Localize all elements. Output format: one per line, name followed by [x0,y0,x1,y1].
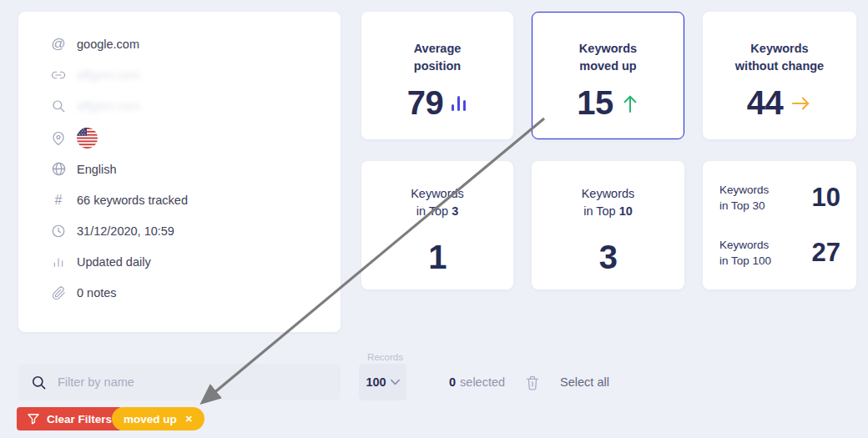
keyword-rankings-dashboard: @ google.com affgem.com affgem.com [0,0,868,438]
card-value: 79 [407,84,468,122]
language-label: English [77,163,117,176]
clear-filters-label: Clear Filters [47,413,112,425]
search-icon [31,375,47,390]
bar-chart-small-icon [49,255,68,269]
filter-by-name-field[interactable] [18,364,341,400]
stat-keywords-top100[interactable]: Keywords in Top 100 27 [719,237,840,269]
globe-icon [49,161,68,177]
clear-filters-button[interactable]: Clear Filters [17,407,122,430]
chevron-down-icon [391,379,400,385]
notes-row: 0 notes [49,284,320,302]
site-info-panel: @ google.com affgem.com affgem.com [18,12,341,332]
hash-icon: # [49,194,68,207]
card-value: 1 [428,239,447,276]
notes-label: 0 notes [77,286,117,300]
stat-keywords-top30[interactable]: Keywords in Top 30 10 [719,182,840,214]
filter-by-name-input[interactable] [58,375,328,389]
update-frequency-label: Updated daily [77,255,151,269]
card-value: 3 [599,239,618,276]
selected-word: selected [460,375,505,389]
linked-site-row: affgem.com [49,66,320,83]
selected-count-text: 0selected [449,375,505,389]
stat-value: 10 [812,183,840,213]
records-value: 100 [366,375,386,389]
card-label: Keywords in Top 3 [411,185,464,220]
chip-close-icon[interactable]: ✕ [185,415,193,424]
delete-selected-button[interactable] [524,374,541,391]
card-label: Keywords without change [735,40,824,75]
keywords-tracked-row: # 66 keywords tracked [49,192,320,209]
search-icon [49,98,68,113]
us-flag-icon [77,128,98,149]
card-value: 44 [747,84,813,122]
card-keywords-top3[interactable]: Keywords in Top 3 1 [361,161,513,289]
stat-label: Keywords in Top 30 [719,182,769,214]
site-domain-row: @ google.com [49,35,320,53]
link-icon [49,68,68,83]
card-keywords-top10[interactable]: Keywords in Top 10 3 [532,161,684,289]
location-row [49,128,320,149]
site-domain: google.com [77,38,139,51]
selection-bar: 0selected Select all [449,364,609,400]
select-all-button[interactable]: Select all [560,375,609,389]
card-label: Average position [414,40,462,75]
card-label: Keywords moved up [579,40,637,75]
last-update-row: 31/12/2020, 10:59 [49,223,320,240]
location-pin-icon [49,131,68,146]
paperclip-icon [49,286,68,300]
records-label: Records [361,352,409,362]
selected-count: 0 [449,375,456,389]
card-label: Keywords in Top 10 [582,185,635,220]
update-frequency-row: Updated daily [49,254,320,271]
card-keywords-moved-up[interactable]: Keywords moved up 15 [532,12,684,139]
keywords-tracked-label: 66 keywords tracked [77,194,188,207]
stat-label: Keywords in Top 100 [719,237,771,269]
clock-icon [49,224,68,239]
bar-chart-icon [451,93,467,113]
card-average-position[interactable]: Average position 79 [361,12,513,139]
records-per-page-dropdown[interactable]: 100 [359,364,406,400]
trash-icon [524,374,541,391]
language-row: English [49,160,320,178]
card-keywords-without-change[interactable]: Keywords without change 44 [703,12,856,139]
filter-funnel-icon [27,412,40,425]
card-value: 15 [577,84,639,122]
card-keywords-top30-top100: Keywords in Top 30 10 Keywords in Top 10… [703,161,856,289]
stats-grid: Average position 79 Keywords moved up [361,12,856,289]
at-icon: @ [49,37,68,51]
last-update-label: 31/12/2020, 10:59 [77,224,174,238]
linked-site-blurred-text: affgem.com [77,68,140,82]
search-engine-blurred-text: affgem.com [77,99,140,113]
active-filter-chip-moved-up[interactable]: moved up ✕ [112,407,204,430]
chip-label: moved up [124,413,177,425]
stat-value: 27 [812,238,840,268]
arrow-right-icon [790,94,812,113]
arrow-up-icon [621,93,639,114]
search-engine-row: affgem.com [49,97,320,114]
